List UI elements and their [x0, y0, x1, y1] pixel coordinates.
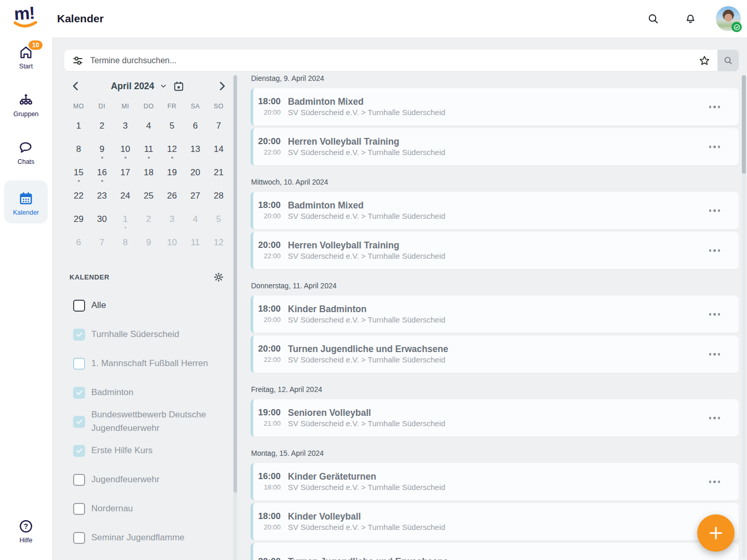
filter-checkbox[interactable]	[73, 416, 85, 428]
calendar-day-cell[interactable]: 19	[160, 161, 184, 184]
calendar-filter-item[interactable]: Bundeswettbewerb Deutsche Jugendfeuerweh…	[64, 407, 231, 436]
calendar-day-cell[interactable]: 9	[90, 137, 114, 161]
event-card[interactable]: 20:00 22:00 Turnen Jugendliche und Erwac…	[251, 335, 739, 373]
month-selector[interactable]: April 2024	[111, 80, 185, 92]
calendar-day-cell[interactable]: 13	[184, 137, 207, 161]
calendar-day-cell[interactable]: 3	[160, 207, 184, 231]
calendar-day-cell[interactable]: 14	[207, 137, 230, 161]
sidebar-item-hilfe[interactable]: ? Hilfe	[0, 519, 52, 544]
filter-checkbox[interactable]	[73, 387, 85, 399]
calendar-day-cell[interactable]: 10	[114, 137, 137, 161]
filter-sliders-icon[interactable]	[72, 55, 84, 66]
sidebar-item-gruppen[interactable]: Gruppen	[0, 92, 52, 118]
filter-checkbox[interactable]	[73, 532, 85, 544]
sidebar-item-start[interactable]: 10 Start	[0, 45, 52, 70]
calendar-day-cell[interactable]: 7	[90, 231, 114, 254]
calendar-filter-item[interactable]: Turnhalle Süderscheid	[64, 320, 231, 349]
filter-checkbox[interactable]	[73, 329, 85, 341]
calendar-day-cell[interactable]: 9	[137, 231, 160, 254]
favorite-star-icon[interactable]	[698, 54, 711, 67]
search-submit-button[interactable]	[717, 50, 739, 71]
calendar-day-cell[interactable]: 5	[207, 207, 230, 231]
calendar-filter-item[interactable]: Badminton	[64, 378, 231, 407]
event-card[interactable]: 18:00 20:00 Kinder Badminton SV Südersch…	[251, 296, 739, 333]
calendar-day-cell[interactable]: 18	[137, 161, 160, 184]
filter-checkbox[interactable]	[73, 358, 85, 370]
calendar-day-cell[interactable]: 8	[67, 137, 90, 161]
calendar-day-cell[interactable]: 11	[184, 231, 207, 254]
calendar-filter-item[interactable]: Seminar Jugendflamme	[64, 523, 231, 552]
agenda-scrollbar[interactable]	[742, 75, 746, 558]
event-menu-button[interactable]	[708, 103, 722, 111]
event-menu-button[interactable]	[708, 557, 722, 560]
search-icon[interactable]	[647, 12, 659, 25]
calendar-day-cell[interactable]: 12	[207, 231, 230, 254]
calendar-day-cell[interactable]: 10	[160, 231, 184, 254]
sidepanel-scrollbar-thumb[interactable]	[233, 75, 237, 493]
calendar-filter-item[interactable]: Nordernau	[64, 494, 231, 523]
sidebar-item-kalender[interactable]: Kalender	[4, 180, 48, 223]
calendar-day-cell[interactable]: 6	[184, 114, 207, 137]
filter-checkbox[interactable]	[73, 300, 85, 312]
calendar-day-cell[interactable]: 1	[114, 207, 137, 231]
calendar-day-cell[interactable]: 30	[90, 207, 114, 231]
event-menu-button[interactable]	[708, 414, 722, 423]
next-month-button[interactable]	[216, 80, 228, 92]
calendar-day-cell[interactable]: 15	[67, 161, 90, 184]
calendar-day-cell[interactable]: 12	[160, 137, 184, 161]
calendar-day-cell[interactable]: 25	[137, 184, 160, 207]
calendar-day-cell[interactable]: 20	[184, 161, 207, 184]
calendar-day-cell[interactable]: 23	[90, 184, 114, 207]
filter-checkbox[interactable]	[73, 474, 85, 486]
calendar-day-cell[interactable]: 29	[67, 207, 90, 231]
add-event-button[interactable]	[697, 514, 735, 552]
calendar-day-cell[interactable]: 27	[184, 184, 207, 207]
event-card[interactable]: 16:00 18:00 Kinder Geräteturnen SV Süder…	[251, 463, 739, 500]
event-card[interactable]: 20:00 22:00 Herren Volleyball Training S…	[251, 128, 739, 165]
filter-checkbox[interactable]	[73, 503, 85, 515]
calendar-day-cell[interactable]: 2	[90, 114, 114, 137]
calendar-day-cell[interactable]: 16	[90, 161, 114, 184]
calendar-day-cell[interactable]: 7	[207, 114, 230, 137]
agenda-scrollbar-thumb[interactable]	[742, 75, 746, 174]
calendar-day-cell[interactable]: 17	[114, 161, 137, 184]
calendar-day-cell[interactable]: 21	[207, 161, 230, 184]
event-menu-button[interactable]	[708, 206, 722, 215]
calendar-filter-item[interactable]: Erste Hilfe Kurs	[64, 436, 231, 465]
app-logo[interactable]: m!	[14, 4, 42, 33]
event-menu-button[interactable]	[708, 143, 722, 151]
sidebar-item-chats[interactable]: Chats	[0, 140, 52, 165]
filter-checkbox[interactable]	[73, 445, 85, 457]
calendar-day-cell[interactable]: 24	[114, 184, 137, 207]
calendar-day-cell[interactable]: 22	[67, 184, 90, 207]
calendar-day-cell[interactable]: 28	[207, 184, 230, 207]
calendar-filter-item[interactable]: 1. Mannschaft Fußball Herren	[64, 349, 231, 378]
event-card[interactable]: 19:00 21:00 Senioren Volleyball SV Süder…	[251, 399, 739, 437]
calendar-day-cell[interactable]: 5	[160, 114, 184, 137]
event-menu-button[interactable]	[708, 350, 722, 359]
notifications-bell-icon[interactable]	[684, 12, 697, 25]
event-menu-button[interactable]	[708, 310, 722, 319]
calendar-day-cell[interactable]: 11	[137, 137, 160, 161]
calendar-day-cell[interactable]: 4	[137, 114, 160, 137]
calendar-filter-item[interactable]: Alle	[64, 291, 231, 320]
today-icon[interactable]	[173, 80, 185, 92]
event-card[interactable]: 20:00 22:00 Herren Volleyball Training S…	[251, 232, 739, 269]
settings-gear-icon[interactable]	[213, 272, 224, 283]
calendar-day-cell[interactable]: 6	[67, 231, 90, 254]
event-card[interactable]: 18:00 20:00 Badminton Mixed SV Südersche…	[251, 88, 739, 125]
search-input[interactable]	[89, 55, 698, 66]
calendar-day-cell[interactable]: 3	[114, 114, 137, 137]
event-card[interactable]: 18:00 20:00 Badminton Mixed SV Südersche…	[251, 192, 739, 229]
user-avatar[interactable]	[716, 6, 741, 31]
calendar-day-cell[interactable]: 8	[114, 231, 137, 254]
calendar-day-cell[interactable]: 26	[160, 184, 184, 207]
event-menu-button[interactable]	[708, 246, 722, 255]
sidepanel-scrollbar[interactable]	[233, 75, 237, 560]
prev-month-button[interactable]	[70, 80, 82, 92]
event-menu-button[interactable]	[708, 478, 722, 486]
calendar-day-cell[interactable]: 2	[137, 207, 160, 231]
event-card[interactable]: 18:00 20:00 Kinder Volleyball SV Südersc…	[251, 503, 739, 540]
calendar-filter-item[interactable]: Jugendfeuerwehr	[64, 465, 231, 494]
calendar-day-cell[interactable]: 4	[184, 207, 207, 231]
